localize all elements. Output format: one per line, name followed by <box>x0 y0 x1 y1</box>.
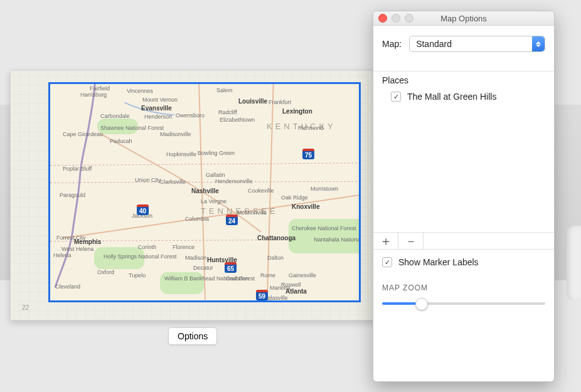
city-label: Holly Springs National Forest <box>104 253 177 260</box>
interstate-shield-icon: 40 <box>137 204 149 215</box>
city-label: Richmond <box>298 125 324 131</box>
chevron-updown-icon <box>532 36 545 51</box>
minimize-icon <box>392 14 400 23</box>
city-label: La Vergne <box>201 198 227 204</box>
map-type-label: Map: <box>382 39 402 49</box>
add-place-button[interactable]: ＋ <box>373 233 398 249</box>
city-label: Frankfort <box>269 99 291 105</box>
city-label: Paragould <box>60 192 85 198</box>
city-label: Rome <box>260 272 275 278</box>
remove-place-button[interactable]: － <box>398 233 424 249</box>
page-number: 22 <box>22 304 29 311</box>
city-label: West Helena <box>61 246 93 252</box>
city-label: Helena <box>53 252 72 258</box>
map-zoom-slider[interactable] <box>382 297 545 310</box>
city-label: Cape Girardeau <box>63 131 103 137</box>
city-label: Lexington <box>282 108 312 115</box>
city-label: Radcliff <box>218 109 237 115</box>
city-label: Shawnee National Forest <box>100 125 164 131</box>
city-label: Hopkinsville <box>166 151 196 157</box>
zoom-icon <box>405 14 413 23</box>
city-label: Madison <box>185 255 206 261</box>
interstate-shield-icon: 59 <box>256 290 268 300</box>
city-label: Poplar Bluff <box>63 166 92 172</box>
city-label: Tupelo <box>129 272 146 278</box>
book-page: 22 KENTUCKYTENNESSEELouisvilleNashvilleM… <box>10 70 376 320</box>
city-label: Clarksville <box>160 179 186 185</box>
interstate-shield-icon: 75 <box>302 149 314 159</box>
city-label: Florence <box>173 244 195 250</box>
place-label: The Mall at Green Hills <box>407 92 496 102</box>
map-zoom-header: MAP ZOOM <box>373 275 554 297</box>
close-icon[interactable] <box>378 14 387 23</box>
city-label: Oxford <box>97 269 114 275</box>
city-label: Elizabethtown <box>220 117 255 123</box>
city-label: Paducah <box>110 138 132 144</box>
city-label: Decatur <box>193 265 213 271</box>
show-marker-labels-label: Show Marker Labels <box>398 257 479 267</box>
city-label: Cherokee National Forest <box>292 225 356 231</box>
city-label: Hendersonville <box>215 178 253 184</box>
city-label: Corinth <box>138 244 156 250</box>
interstate-shield-icon: 65 <box>225 262 237 273</box>
city-label: Henderson <box>144 114 172 120</box>
city-label: Gainesville <box>289 272 316 278</box>
city-label: Owensboro <box>176 112 205 119</box>
slider-knob[interactable] <box>415 298 428 310</box>
city-label: Morristown <box>311 186 338 192</box>
city-label: Carbondale <box>100 113 130 119</box>
city-label: Fairfield <box>90 85 110 92</box>
city-label: Harrisburg <box>80 92 107 98</box>
map-type-select[interactable]: Standard <box>409 36 545 52</box>
city-label: McMinnville <box>237 209 267 216</box>
city-label: Dalton <box>267 255 284 261</box>
city-label: Union City <box>135 177 161 183</box>
places-header: Places <box>373 71 554 92</box>
city-label: Chattanooga <box>257 235 296 241</box>
sidebar-peek <box>567 226 581 301</box>
places-list: ✓ The Mall at Green Hills <box>373 92 554 232</box>
city-label: Knoxville <box>292 203 319 210</box>
city-label: Bowling Green <box>198 150 235 156</box>
panel-titlebar[interactable]: Map Options <box>373 11 554 26</box>
places-add-remove: ＋ － <box>373 232 554 250</box>
interstate-shield-icon: 24 <box>226 215 238 225</box>
map-options-panel: Map Options Map: Standard Places ✓ The M… <box>373 11 555 382</box>
city-label: Forrest City <box>56 235 86 241</box>
city-label: Nashville <box>191 188 219 194</box>
city-label: Marietta <box>270 285 290 291</box>
window-controls <box>378 14 413 23</box>
city-label: Madisonville <box>160 131 191 137</box>
city-label: Oak Ridge <box>281 194 308 201</box>
place-row[interactable]: ✓ The Mall at Green Hills <box>373 92 554 108</box>
city-label: Columbia <box>185 216 209 222</box>
city-label: Mount Vernon <box>142 97 178 103</box>
city-label: Cleveland <box>55 283 80 290</box>
city-label: Nantahala National Forest <box>314 236 361 243</box>
map-canvas[interactable]: KENTUCKYTENNESSEELouisvilleNashvilleMemp… <box>48 82 361 302</box>
city-label: Salem <box>216 87 233 93</box>
city-label: Louisville <box>238 98 267 105</box>
panel-title: Map Options <box>440 14 487 23</box>
show-marker-labels-checkbox[interactable]: ✓ <box>382 257 392 267</box>
options-button[interactable]: Options <box>168 327 217 345</box>
place-checkbox[interactable]: ✓ <box>391 92 401 102</box>
map-type-value: Standard <box>416 39 452 49</box>
city-label: Gadsden <box>226 275 249 282</box>
city-label: Gallatin <box>206 172 225 178</box>
city-label: Evansville <box>141 105 172 112</box>
city-label: Vincennes <box>127 88 153 94</box>
city-label: Cookeville <box>248 188 274 194</box>
